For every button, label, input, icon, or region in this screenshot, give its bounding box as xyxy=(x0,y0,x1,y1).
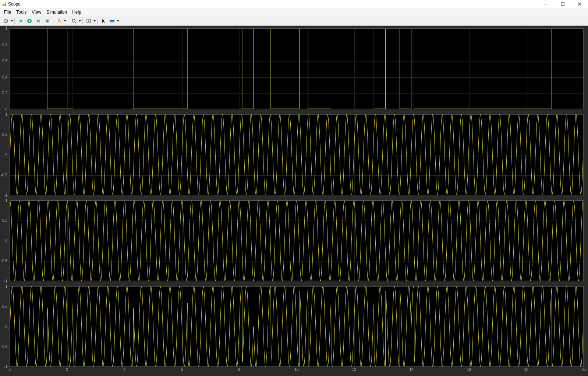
y-tick-label: 0 xyxy=(0,107,8,111)
x-tick-label: 6 xyxy=(181,368,183,376)
y-tick-label: 0 xyxy=(0,324,8,328)
plot-canvas xyxy=(10,200,584,281)
step-back-button[interactable] xyxy=(17,17,25,25)
chevron-down-icon xyxy=(11,20,13,22)
matlab-icon xyxy=(1,1,7,7)
y-tick-label: 0.5 xyxy=(0,304,8,308)
chevron-down-icon xyxy=(79,20,81,22)
gridline-horizontal xyxy=(10,281,583,282)
signal-trace xyxy=(10,287,583,366)
plot-canvas xyxy=(10,28,584,109)
y-tick-label: 0.4 xyxy=(0,75,8,79)
separator xyxy=(53,18,53,24)
highlight-dropdown[interactable] xyxy=(64,20,66,22)
menu-view[interactable]: View xyxy=(29,8,44,16)
titlebar: Scope xyxy=(0,0,588,8)
window-title: Scope xyxy=(8,1,587,7)
y-tick-label: 0.5 xyxy=(0,133,8,137)
svg-point-11 xyxy=(72,19,75,22)
y-tick-label: -0.5 xyxy=(0,259,8,263)
y-tick-label: 1 xyxy=(0,27,8,31)
svg-point-5 xyxy=(6,20,7,21)
x-tick-label: 0 xyxy=(8,368,11,376)
svg-point-10 xyxy=(59,19,60,20)
svg-rect-9 xyxy=(46,20,49,22)
subplot-3[interactable]: -1-0.500.51 xyxy=(0,200,588,281)
gridline-horizontal xyxy=(10,109,583,110)
plot-canvas xyxy=(10,286,584,367)
y-tick-label: 0 xyxy=(0,152,8,157)
x-tick-label: 16 xyxy=(467,368,471,376)
menu-help[interactable]: Help xyxy=(70,8,84,16)
run-button[interactable] xyxy=(25,17,33,25)
stop-button[interactable] xyxy=(43,17,51,25)
signal-trace xyxy=(10,201,583,281)
highlight-button[interactable] xyxy=(55,17,63,25)
measure-button[interactable] xyxy=(108,17,116,25)
subplot-2[interactable]: -1-0.500.51 xyxy=(0,114,588,195)
menubar: File Tools View Simulation Help xyxy=(0,8,588,16)
measure-dropdown[interactable] xyxy=(117,20,119,22)
signal-trace xyxy=(10,29,583,109)
chevron-down-icon xyxy=(117,20,119,22)
subplot-1[interactable]: 00.20.40.60.81 xyxy=(0,28,588,109)
gridline-horizontal xyxy=(10,196,583,196)
x-tick-label: 4 xyxy=(123,368,125,376)
svg-rect-1 xyxy=(561,3,564,6)
separator xyxy=(97,18,98,24)
x-tick-label: 18 xyxy=(524,368,528,376)
y-tick-label: 0.6 xyxy=(0,59,8,63)
y-tick-label: 0.8 xyxy=(0,42,8,46)
y-tick-label: -1 xyxy=(0,279,8,283)
gridline-vertical xyxy=(584,201,584,281)
y-tick-label: 1 xyxy=(0,112,8,116)
maximize-button[interactable] xyxy=(554,0,571,8)
configure-button[interactable] xyxy=(2,17,10,25)
separator xyxy=(68,18,68,24)
close-button[interactable] xyxy=(571,0,588,8)
zoom-button[interactable] xyxy=(70,17,78,25)
separator xyxy=(14,18,15,24)
autoscale-dropdown[interactable] xyxy=(93,20,96,22)
x-tick-label: 10 xyxy=(294,368,298,376)
x-tick-label: 14 xyxy=(409,368,413,376)
minimize-button[interactable] xyxy=(537,0,554,8)
toolbar xyxy=(0,16,588,26)
step-forward-button[interactable] xyxy=(34,17,42,25)
gridline-vertical xyxy=(584,115,584,194)
menu-tools[interactable]: Tools xyxy=(14,8,29,16)
y-tick-label: 0 xyxy=(0,239,8,243)
zoom-dropdown[interactable] xyxy=(78,20,81,22)
y-tick-label: 0.2 xyxy=(0,91,8,95)
configure-dropdown[interactable] xyxy=(10,20,13,22)
svg-line-12 xyxy=(75,22,76,23)
chevron-down-icon xyxy=(93,20,96,22)
y-tick-label: 0.5 xyxy=(0,218,8,222)
autoscale-button[interactable] xyxy=(85,17,93,25)
menu-file[interactable]: File xyxy=(1,8,14,16)
cursor-button[interactable] xyxy=(99,17,107,25)
x-tick-label: 20 xyxy=(581,368,585,376)
chevron-down-icon xyxy=(64,20,66,22)
x-tick-label: 8 xyxy=(238,368,240,376)
plot-canvas xyxy=(10,114,584,195)
x-tick-label: 12 xyxy=(352,368,356,376)
y-tick-label: -0.5 xyxy=(0,345,8,349)
plot-region: 知乎 @扶嬴 00.20.40.60.81-1-0.500.51-1-0.500… xyxy=(0,26,588,376)
y-tick-label: -0.5 xyxy=(0,173,8,177)
gridline-vertical xyxy=(584,29,584,109)
subplot-4[interactable]: -1-0.500.51 xyxy=(0,286,588,367)
y-tick-label: -1 xyxy=(0,193,8,197)
y-tick-label: -1 xyxy=(0,365,8,369)
signal-trace xyxy=(10,115,583,194)
gridline-vertical xyxy=(584,287,584,366)
x-tick-label: 2 xyxy=(66,368,68,376)
y-tick-label: 1 xyxy=(0,284,8,288)
menu-simulation[interactable]: Simulation xyxy=(44,8,70,16)
separator xyxy=(82,18,83,24)
y-tick-label: 1 xyxy=(0,198,8,202)
